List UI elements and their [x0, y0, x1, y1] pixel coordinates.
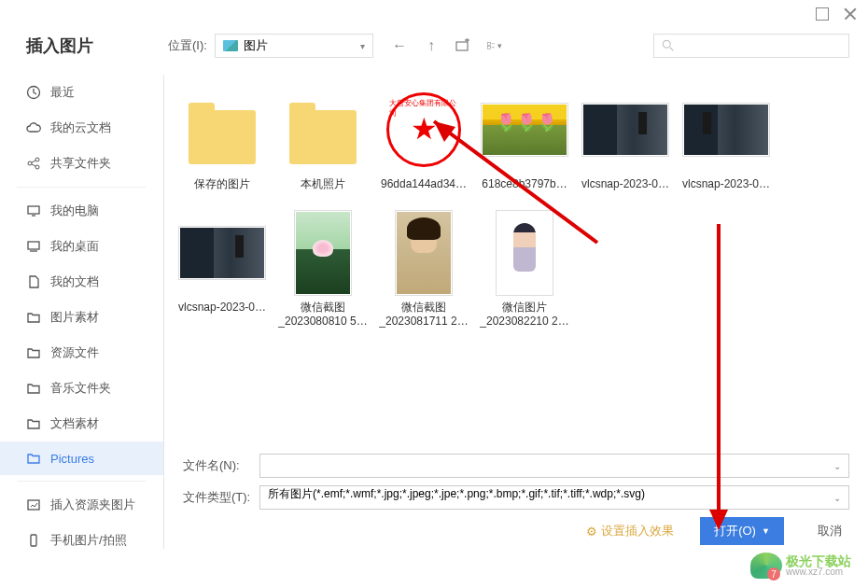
desktop-icon	[26, 239, 41, 254]
location-label: 位置(I):	[168, 37, 207, 54]
sidebar-item-label: 我的桌面	[50, 238, 99, 255]
folder-icon	[26, 416, 41, 431]
svg-rect-1	[487, 43, 490, 46]
location-select[interactable]: 图片 ▾	[215, 34, 373, 58]
svg-rect-11	[28, 500, 39, 510]
file-item[interactable]: 微信截图_2023081711 2…	[373, 203, 474, 335]
svg-rect-12	[31, 535, 36, 546]
file-name: 微信截图_2023081711 2…	[377, 301, 470, 329]
file-item[interactable]: 微信截图_2023080810 5…	[273, 203, 373, 335]
dialog-title: 插入图片	[26, 35, 93, 57]
file-grid: 保存的图片本机照片大唐安心集团有限公司96dda144ad34…618ce8b3…	[164, 69, 868, 346]
filename-input[interactable]: ⌄	[259, 454, 849, 478]
doc-icon	[26, 274, 41, 289]
folder-icon	[26, 345, 41, 360]
chevron-down-icon: ▾	[360, 41, 365, 51]
cancel-button[interactable]: 取消	[810, 517, 849, 545]
sidebar-item-label: 共享文件夹	[50, 155, 111, 172]
back-button[interactable]: ←	[392, 38, 407, 53]
new-folder-button[interactable]	[455, 38, 470, 53]
sidebar-item-label: 音乐文件夹	[50, 380, 111, 397]
sidebar-item[interactable]: Pictures	[0, 441, 163, 475]
dropdown-icon: ▼	[762, 526, 770, 536]
insert-effect-link[interactable]: ⚙ 设置插入效果	[586, 523, 674, 539]
search-input[interactable]	[653, 34, 849, 58]
filetype-label: 文件类型(T):	[183, 489, 259, 506]
file-item[interactable]: 微信图片_2023082210 2…	[474, 203, 575, 335]
image-thumbnail	[179, 227, 265, 279]
file-item[interactable]: 618ce8b3797b…	[474, 80, 575, 198]
sidebar-item[interactable]: 图片素材	[0, 300, 163, 335]
image-thumbnail	[396, 211, 452, 295]
sidebar-item[interactable]: 我的云文档	[0, 110, 163, 146]
filetype-select[interactable]: 所有图片(*.emf;*.wmf;*.jpg;*.jpeg;*.jpe;*.pn…	[259, 485, 849, 510]
folder-icon	[26, 451, 41, 466]
maximize-button[interactable]	[816, 7, 829, 21]
cloud-icon	[26, 120, 41, 135]
sidebar-item[interactable]: 共享文件夹	[0, 146, 163, 181]
image-thumbnail	[683, 104, 769, 156]
sidebar-item[interactable]: 资源文件	[0, 335, 163, 371]
folder-item[interactable]: 保存的图片	[172, 80, 273, 198]
file-item[interactable]: vlcsnap-2023-0…	[575, 80, 676, 198]
sidebar-item[interactable]: 我的电脑	[0, 193, 163, 229]
sidebar-item[interactable]: 音乐文件夹	[0, 371, 163, 406]
filename-label: 文件名(N):	[183, 457, 259, 474]
svg-rect-9	[28, 206, 39, 214]
sidebar-item-label: 插入资源夹图片	[50, 497, 135, 513]
image-thumbnail	[295, 211, 351, 295]
file-name: 96dda144ad34…	[381, 177, 467, 192]
search-icon	[662, 39, 675, 52]
svg-point-3	[663, 40, 670, 48]
file-name: vlcsnap-2023-0…	[178, 301, 266, 315]
sidebar-item-label: 最近	[50, 84, 75, 101]
location-value: 图片	[244, 37, 268, 54]
watermark-icon	[750, 553, 782, 579]
file-name: 微信截图_2023080810 5…	[276, 301, 370, 329]
file-name: 618ce8b3797b…	[482, 177, 567, 192]
sidebar-item[interactable]: 我的文档	[0, 264, 163, 300]
clock-icon	[26, 85, 41, 100]
close-button[interactable]	[844, 7, 857, 21]
gear-icon: ⚙	[586, 525, 597, 539]
sidebar-item-label: 我的云文档	[50, 119, 111, 136]
sidebar-item[interactable]: 文档素材	[0, 406, 163, 441]
image-thumbnail	[497, 211, 553, 295]
monitor-icon	[26, 203, 41, 218]
svg-point-8	[35, 165, 39, 169]
file-item[interactable]: vlcsnap-2023-0…	[676, 80, 777, 198]
file-name: 本机照片	[301, 177, 345, 192]
file-item[interactable]: vlcsnap-2023-0…	[172, 203, 273, 335]
chevron-down-icon: ⌄	[833, 493, 841, 503]
file-item[interactable]: 大唐安心集团有限公司96dda144ad34…	[373, 80, 474, 198]
svg-rect-10	[28, 242, 39, 249]
sidebar-item[interactable]: 最近	[0, 75, 163, 110]
folder-icon	[26, 310, 41, 325]
watermark: 极光下载站 www.xz7.com	[750, 553, 851, 579]
folder-item[interactable]: 本机照片	[273, 80, 373, 198]
insert-icon	[26, 497, 41, 512]
view-button[interactable]: ▾	[487, 38, 502, 53]
sidebar-item-label: Pictures	[50, 452, 94, 466]
image-thumbnail	[482, 104, 567, 156]
image-thumbnail	[582, 104, 668, 156]
sidebar-item-label: 文档素材	[50, 415, 99, 432]
folder-icon	[189, 110, 256, 164]
chevron-down-icon: ⌄	[833, 461, 841, 471]
sidebar-item[interactable]: 我的桌面	[0, 229, 163, 264]
sidebar-item-label: 我的文档	[50, 273, 99, 290]
sidebar-item[interactable]: 插入资源夹图片	[0, 487, 163, 523]
up-button[interactable]: ↑	[424, 38, 439, 53]
svg-line-4	[670, 48, 674, 51]
pictures-icon	[223, 40, 238, 51]
file-name: vlcsnap-2023-0…	[682, 177, 770, 192]
svg-rect-2	[487, 47, 490, 49]
sidebar-item-label: 图片素材	[50, 309, 99, 326]
sidebar-item-label: 手机图片/拍照	[50, 532, 127, 549]
open-button[interactable]: 打开(O) ▼	[700, 517, 784, 545]
folder-icon	[289, 110, 357, 164]
sidebar: 最近我的云文档共享文件夹我的电脑我的桌面我的文档图片素材资源文件音乐文件夹文档素…	[0, 69, 163, 554]
sidebar-item[interactable]: 手机图片/拍照	[0, 523, 163, 554]
folder-icon	[26, 381, 41, 396]
sidebar-item-label: 资源文件	[50, 344, 99, 361]
